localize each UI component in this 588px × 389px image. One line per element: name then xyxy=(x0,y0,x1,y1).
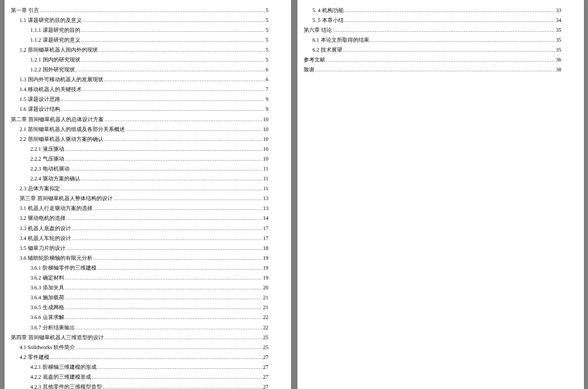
toc-page-number: 11 xyxy=(263,184,269,193)
toc-leader-dots xyxy=(81,56,265,64)
toc-leader-dots xyxy=(61,184,262,193)
toc-title: 3.6.6 运算求解 xyxy=(31,313,64,322)
toc-entry: 致谢38 xyxy=(303,66,561,74)
toc-title: 5. 5 本章小结 xyxy=(313,16,344,25)
toc-leader-dots xyxy=(76,343,262,352)
toc-page-number: 5 xyxy=(266,46,269,54)
toc-page-number: 10 xyxy=(263,155,269,163)
toc-entry: 1.2.2 国外研究现状6 xyxy=(10,66,269,74)
toc-entry: 4.2.2 底盘的三维建模形成27 xyxy=(10,373,269,381)
toc-entry: 3.6.7 分析结果输出22 xyxy=(10,323,269,332)
toc-title: 4.2.1 阶梯轴三维建模的形成 xyxy=(31,363,97,372)
toc-entry: 3.5 锄草刀片的设计18 xyxy=(10,244,269,253)
toc-entry: 2.2.2 气压驱动10 xyxy=(10,155,269,163)
toc-title: 第二章 苗间锄草机器人的总体设计方案 xyxy=(11,115,104,124)
toc-title: 6.2 技术展望 xyxy=(313,46,342,54)
toc-title: 1.3 国内外可移动机器人的发展现状 xyxy=(20,75,103,84)
toc-leader-dots xyxy=(93,204,262,213)
toc-entry: 3.6.3 添加夹具20 xyxy=(10,284,269,292)
toc-page-number: 21 xyxy=(263,303,269,312)
toc-title: 4.2.3 其他零件的三维模型造型 xyxy=(31,383,102,389)
toc-title: 1.6 课题设计结构 xyxy=(20,105,60,114)
toc-title: 第一章 引言 xyxy=(11,6,39,15)
toc-title: 3.6.3 添加夹具 xyxy=(31,284,64,292)
toc-page-number: 25 xyxy=(263,333,269,342)
toc-title: 3.1 机器人行走驱动方案的选择 xyxy=(20,204,93,213)
toc-title: 1.1.2 课题研究的意义 xyxy=(31,36,80,44)
toc-page-number: 20 xyxy=(263,284,269,292)
toc-leader-dots xyxy=(76,66,265,74)
toc-leader-dots xyxy=(92,373,262,381)
toc-entry: 3.1 机器人行走驱动方案的选择13 xyxy=(10,204,269,213)
toc-entry: 3.6.4 施加载荷21 xyxy=(10,293,269,302)
toc-leader-dots xyxy=(81,175,262,183)
toc-page-number: 19 xyxy=(263,254,269,262)
toc-page-number: 10 xyxy=(263,145,269,153)
toc-page-number: 34 xyxy=(556,16,561,25)
toc-page-number: 22 xyxy=(263,313,269,322)
toc-entry: 第四章 苗间锄草机器人三维造型的设计25 xyxy=(10,333,269,342)
document-viewer: 第一章 引言51.1 课题研究的目的及意义51.1.1 课题研究的目的51.1.… xyxy=(0,0,588,389)
toc-leader-dots xyxy=(66,214,262,223)
toc-title: 3.6.5 生成网格 xyxy=(31,303,64,312)
toc-leader-dots xyxy=(71,165,262,173)
toc-entry: 6.2 技术展望35 xyxy=(303,46,561,54)
toc-leader-dots xyxy=(126,125,262,134)
toc-leader-dots xyxy=(72,234,262,243)
toc-entry: 3.6.2 确定材料19 xyxy=(10,274,269,282)
toc-entry: 1.2 苗间锄草机器人国内外的现状5 xyxy=(10,46,269,54)
toc-title: 3.6.7 分析结果输出 xyxy=(31,323,75,332)
toc-entry: 6.1 本论文所取得的结果35 xyxy=(303,36,561,44)
toc-title: 2.2.4 驱动方案的确认 xyxy=(31,175,80,183)
toc-leader-dots xyxy=(83,16,265,25)
toc-title: 3.2 驱动电机的选择 xyxy=(20,214,66,223)
toc-page-number: 9 xyxy=(266,105,269,114)
toc-leader-dots xyxy=(326,56,555,64)
toc-entry: 第三章 苗间锄草机器人整体结构的设计13 xyxy=(10,194,269,203)
toc-entry: 3.6.1 阶梯轴零件的三维建模19 xyxy=(10,264,269,272)
toc-leader-dots xyxy=(93,254,262,262)
toc-entry: 5. 5 本章小结34 xyxy=(303,16,561,25)
toc-page-number: 13 xyxy=(263,194,269,203)
toc-title: 1.2 苗间锄草机器人国内外的现状 xyxy=(20,46,98,54)
toc-page-number: 11 xyxy=(263,175,269,183)
toc-entry: 1.6 课题设计结构9 xyxy=(10,105,269,114)
toc-entry: 3.2 驱动电机的选择14 xyxy=(10,214,269,223)
toc-title: 3.6.4 施加载荷 xyxy=(31,293,64,302)
toc-entry: 1.1.2 课题研究的意义5 xyxy=(10,36,269,44)
toc-page-number: 33 xyxy=(556,6,561,15)
toc-leader-dots xyxy=(65,284,262,292)
toc-title: 4.1 Solidworks 软件简介 xyxy=(20,343,75,352)
toc-page-number: 5 xyxy=(266,56,269,64)
toc-page-number: 25 xyxy=(263,343,269,352)
toc-title: 2.2.2 气压驱动 xyxy=(31,155,64,163)
toc-leader-dots xyxy=(105,115,262,124)
toc-entry: 2.2.4 驱动方案的确认11 xyxy=(10,175,269,183)
toc-page-number: 35 xyxy=(556,46,561,54)
toc-leader-dots xyxy=(103,383,262,389)
toc-entry: 2.1 苗间锄草机器人的组成及各部分关系概述10 xyxy=(10,125,269,134)
toc-page-number: 6 xyxy=(266,75,269,84)
toc-leader-dots xyxy=(97,264,262,272)
toc-entry: 4.2.1 阶梯轴三维建模的形成27 xyxy=(10,363,269,372)
toc-page-number: 19 xyxy=(263,274,269,282)
toc-entry: 第六章 结论35 xyxy=(303,26,561,35)
toc-title: 1.5 课题设计思路 xyxy=(20,95,60,104)
toc-page-number: 5 xyxy=(266,16,269,25)
toc-entry: 第一章 引言5 xyxy=(10,6,269,15)
toc-leader-dots xyxy=(97,363,262,372)
toc-page-number: 18 xyxy=(263,244,269,253)
toc-leader-dots xyxy=(50,353,262,362)
toc-page-number: 10 xyxy=(263,135,269,144)
toc-entry: 1.1 课题研究的目的及意义5 xyxy=(10,16,269,25)
toc-leader-dots xyxy=(343,46,555,54)
toc-title: 2.2 苗间锄草机器人驱动方案的确认 xyxy=(20,135,103,144)
toc-leader-dots xyxy=(81,26,265,35)
toc-title: 第六章 结论 xyxy=(304,26,332,35)
toc-page-number: 7 xyxy=(266,85,269,94)
toc-title: 4.2.2 底盘的三维建模形成 xyxy=(31,373,91,381)
toc-leader-dots xyxy=(370,36,555,44)
toc-leader-dots xyxy=(333,26,555,35)
toc-page-number: 21 xyxy=(263,293,269,302)
toc-page-number: 13 xyxy=(263,204,269,213)
